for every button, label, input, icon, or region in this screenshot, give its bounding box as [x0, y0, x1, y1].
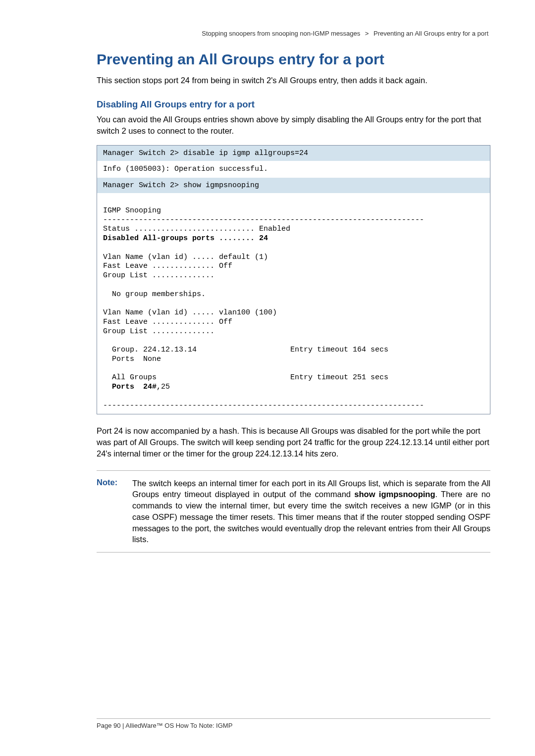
note-command: show igmpsnooping — [354, 490, 435, 499]
breadcrumb: Stopping snoopers from snooping non-IGMP… — [97, 30, 490, 37]
terminal-output-box: Manager Switch 2> disable ip igmp allgro… — [97, 145, 490, 414]
out-status: Status ........................... Enabl… — [103, 225, 290, 233]
breadcrumb-part2: Preventing an All Groups entry for a por… — [374, 30, 488, 37]
subheading: Disabling All Groups entry for a port — [97, 99, 490, 110]
note-text: The switch keeps an internal timer for e… — [132, 478, 490, 546]
out-group-ports: Ports None — [103, 355, 161, 363]
terminal-command-2: Manager Switch 2> show igmpsnooping — [97, 178, 490, 194]
page-footer: Page 90 | AlliedWare™ OS How To Note: IG… — [97, 718, 490, 729]
out-vlan100-fast: Fast Leave .............. Off — [103, 318, 232, 326]
terminal-output-2: IGMP Snooping --------------------------… — [97, 194, 490, 414]
note-block: Note: The switch keeps an internal timer… — [97, 470, 490, 553]
out-allgroups-entry: All Groups Entry timeout 251 secs — [103, 373, 388, 382]
out-vlan1-fast: Fast Leave .............. Off — [103, 262, 232, 270]
out-vlan1-nogroup: No group memberships. — [103, 290, 206, 299]
out-allgroups-ports-rest: ,25 — [157, 383, 170, 391]
terminal-command-1: Manager Switch 2> disable ip igmp allgro… — [97, 146, 490, 161]
out-dash1: ----------------------------------------… — [103, 216, 424, 224]
out-dash2: ----------------------------------------… — [103, 402, 424, 410]
terminal-output-1: Info (1005003): Operation successful. — [97, 161, 490, 178]
sub-intro-paragraph: You can avoid the All Groups entries sho… — [97, 114, 490, 137]
out-group-entry: Group. 224.12.13.14 Entry timeout 164 se… — [103, 346, 388, 354]
note-label: Note: — [97, 478, 132, 487]
out-vlan1-name: Vlan Name (vlan id) ..... default (1) — [103, 253, 268, 261]
out-allgroups-ports-bold: Ports 24# — [103, 383, 157, 391]
page-title: Preventing an All Groups entry for a por… — [97, 51, 490, 68]
breadcrumb-part1: Stopping snoopers from snooping non-IGMP… — [202, 30, 360, 37]
breadcrumb-separator: > — [365, 30, 369, 37]
out-vlan1-group: Group List .............. — [103, 271, 214, 280]
out-vlan100-group: Group List .............. — [103, 327, 214, 336]
post-terminal-paragraph: Port 24 is now accompanied by a hash. Th… — [97, 425, 490, 459]
out-vlan100-name: Vlan Name (vlan id) ..... vlan100 (100) — [103, 308, 277, 317]
out-disabled-ports: Disabled All-groups ports ........ 24 — [103, 234, 268, 243]
out-header: IGMP Snooping — [103, 206, 161, 215]
intro-paragraph: This section stops port 24 from being in… — [97, 75, 490, 86]
